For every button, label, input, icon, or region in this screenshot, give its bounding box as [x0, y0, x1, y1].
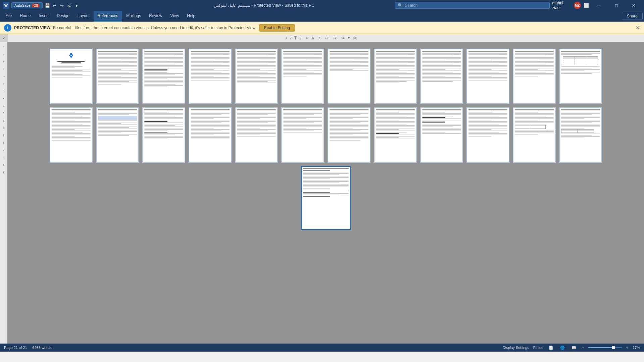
page-content-lines [52, 65, 91, 77]
page-thumb-13[interactable] [50, 107, 93, 163]
protected-view-bar: i PROTECTED VIEW Be careful—files from t… [0, 22, 644, 34]
page-thumb-12[interactable] [559, 49, 602, 104]
vertical-ruler: 2 2 4 2 6 4 2 8 10 12 14 12 16 18 20 22 … [0, 42, 7, 344]
zoom-percent: 17% [633, 346, 640, 350]
protected-badge: PROTECTED VIEW [14, 25, 50, 30]
tab-view[interactable]: View [166, 11, 183, 21]
ribbon: File Home Insert Design Layout Reference… [0, 11, 644, 22]
page-thumb-17[interactable] [235, 107, 278, 163]
document-title: سیستم عامل لینوکس - Protected View - Sav… [214, 3, 314, 8]
page-thumb-10[interactable] [466, 49, 509, 104]
undo-icon[interactable]: ↩ [52, 3, 57, 8]
title-bar-left: W AutoSave Off 💾 ↩ ↪ 🖨 ▾ [3, 2, 133, 9]
title-bar-center: سیستم عامل لینوکس - Protected View - Sav… [133, 3, 395, 8]
tab-layout[interactable]: Layout [73, 11, 94, 21]
focus-link[interactable]: Focus [533, 346, 543, 350]
page-thumb-20[interactable] [374, 107, 417, 163]
redo-icon[interactable]: ↪ [59, 3, 65, 8]
ruler-left-arrow: ◂ [285, 36, 287, 40]
tab-references[interactable]: References [94, 11, 122, 21]
page-thumb-2[interactable] [96, 49, 139, 104]
ribbon-display-icon[interactable]: ⬜ [584, 3, 589, 8]
page-thumb-24[interactable] [559, 107, 602, 163]
protected-message: Be careful—files from the Internet can c… [53, 25, 256, 30]
pages-row-3: } [14, 166, 637, 230]
page-thumb-8[interactable] [374, 49, 417, 104]
zoom-track [588, 347, 612, 348]
page-thumb-4[interactable] [189, 49, 232, 104]
page-logo [67, 52, 75, 59]
read-mode-view-button[interactable]: 📖 [570, 345, 578, 350]
zoom-slider[interactable] [588, 347, 622, 348]
enable-editing-button[interactable]: Enable Editing [259, 24, 295, 32]
page-thumb-9[interactable] [420, 49, 463, 104]
page-thumb-23[interactable] [513, 107, 556, 163]
word-count: 6935 words [33, 346, 52, 350]
page-thumb-11[interactable] [513, 49, 556, 104]
tab-review[interactable]: Review [145, 11, 166, 21]
page-thumb-1[interactable] [50, 49, 93, 104]
user-initials: MZ [575, 4, 580, 7]
close-button[interactable]: ✕ [627, 0, 641, 11]
autosave-toggle[interactable]: Off [32, 4, 40, 7]
user-name: mahdi ziaei [552, 1, 572, 10]
page-thumb-21[interactable] [420, 107, 463, 163]
page-title-lines [52, 61, 91, 63]
page-thumb-15[interactable] [142, 107, 185, 163]
tab-home[interactable]: Home [16, 11, 35, 21]
tab-design[interactable]: Design [53, 11, 73, 21]
app-icon: W [3, 2, 9, 9]
customize-icon[interactable]: ▾ [74, 3, 80, 8]
page-thumb-5[interactable] [235, 49, 278, 104]
autosave-label: AutoSave [14, 3, 31, 7]
web-layout-view-button[interactable]: 🌐 [559, 345, 566, 350]
pages-row-2 [14, 107, 637, 163]
page-thumb-22[interactable] [466, 107, 509, 163]
page-thumb-7[interactable] [328, 49, 370, 104]
autosave-button[interactable]: AutoSave Off [11, 2, 43, 8]
ruler-numbers: ◂ 2 2 4 6 8 10 12 14 ▼ 18 [285, 36, 358, 40]
page-thumb-16[interactable] [189, 107, 232, 163]
display-settings-link[interactable]: Display Settings [503, 346, 529, 350]
pages-area[interactable]: } [7, 42, 644, 344]
title-bar: W AutoSave Off 💾 ↩ ↪ 🖨 ▾ سیستم عامل لینو… [0, 0, 644, 11]
page-thumb-14[interactable] [96, 107, 139, 163]
ruler-indent-marker [294, 36, 297, 40]
search-icon: 🔍 [398, 3, 403, 8]
close-protected-bar-button[interactable]: ✕ [636, 24, 640, 31]
maximize-button[interactable]: □ [609, 0, 624, 11]
search-box[interactable]: 🔍 [395, 2, 549, 9]
print-layout-view-button[interactable]: 📄 [547, 345, 555, 350]
ruler-current-pos: ▼ [347, 36, 351, 40]
tab-mailings[interactable]: Mailings [122, 11, 145, 21]
page-thumb-3[interactable] [142, 49, 185, 104]
user-avatar[interactable]: MZ [574, 2, 581, 9]
pages-row-1 [14, 49, 637, 104]
title-line-2 [61, 62, 81, 63]
zoom-thumb [612, 346, 615, 349]
save-icon[interactable]: 💾 [45, 3, 50, 8]
minimize-button[interactable]: ─ [592, 0, 606, 11]
title-line [57, 61, 85, 62]
print-icon[interactable]: 🖨 [67, 3, 72, 8]
share-button[interactable]: Share [622, 13, 643, 19]
svg-point-0 [70, 55, 72, 56]
page-thumb-6[interactable] [281, 49, 324, 104]
main-area: 2 2 4 2 6 4 2 8 10 12 14 12 16 18 20 22 … [0, 42, 644, 344]
page-info: Page 21 of 21 [4, 346, 27, 350]
tab-file[interactable]: File [1, 11, 16, 21]
user-area: mahdi ziaei MZ [552, 1, 581, 10]
page-thumb-18[interactable] [281, 107, 324, 163]
status-right: Display Settings Focus 📄 🌐 📖 − + 17% [503, 345, 640, 350]
search-input[interactable] [405, 3, 546, 8]
zoom-in-button[interactable]: + [626, 345, 629, 350]
status-bar: Page 21 of 21 6935 words Display Setting… [0, 344, 644, 352]
page-thumb-25-selected[interactable]: } [301, 166, 351, 230]
tab-insert[interactable]: Insert [35, 11, 53, 21]
tab-help[interactable]: Help [183, 11, 199, 21]
zoom-out-button[interactable]: − [582, 345, 584, 350]
page-thumb-19[interactable] [328, 107, 370, 163]
shield-icon: i [4, 24, 11, 32]
ruler-corner: ↙ [0, 34, 8, 42]
horizontal-ruler: ↙ ◂ 2 2 4 6 8 10 12 14 ▼ 18 [0, 34, 644, 42]
